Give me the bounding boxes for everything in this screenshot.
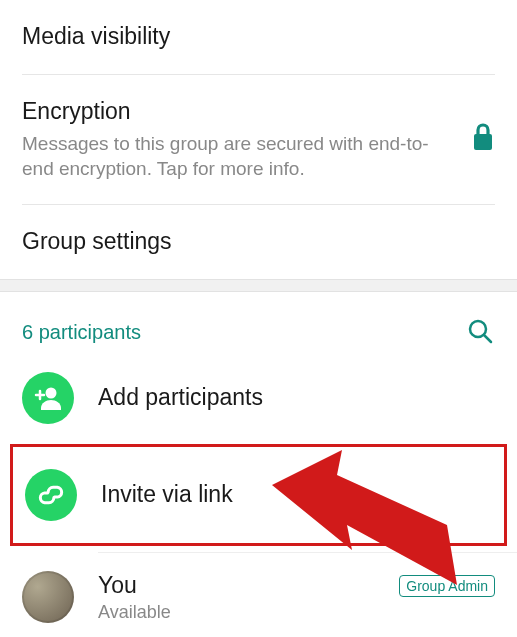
svg-rect-0 (474, 134, 492, 150)
encryption-row[interactable]: Encryption Messages to this group are se… (0, 75, 517, 204)
encryption-title: Encryption (22, 97, 455, 127)
add-participants-label: Add participants (98, 383, 263, 413)
group-settings-row[interactable]: Group settings (0, 205, 517, 279)
add-participants-row[interactable]: Add participants (0, 358, 517, 438)
search-icon[interactable] (465, 316, 495, 350)
add-person-icon (22, 372, 74, 424)
encryption-description: Messages to this group are secured with … (22, 131, 455, 182)
media-visibility-title: Media visibility (22, 22, 495, 52)
participant-you-row[interactable]: You Group Admin Available (0, 553, 517, 637)
svg-point-3 (46, 387, 57, 398)
avatar (22, 571, 74, 623)
participant-name: You (98, 571, 137, 601)
admin-badge: Group Admin (399, 575, 495, 597)
lock-icon (471, 122, 495, 156)
link-icon (25, 469, 77, 521)
participant-status: Available (98, 601, 495, 624)
svg-line-2 (484, 335, 491, 342)
group-settings-title: Group settings (22, 227, 495, 257)
invite-via-link-row[interactable]: Invite via link (13, 447, 504, 543)
participants-header: 6 participants (0, 292, 517, 358)
participants-count: 6 participants (22, 321, 141, 344)
media-visibility-row[interactable]: Media visibility (0, 0, 517, 74)
invite-via-link-label: Invite via link (101, 480, 233, 510)
section-gap (0, 279, 517, 292)
invite-highlight-box: Invite via link (10, 444, 507, 546)
